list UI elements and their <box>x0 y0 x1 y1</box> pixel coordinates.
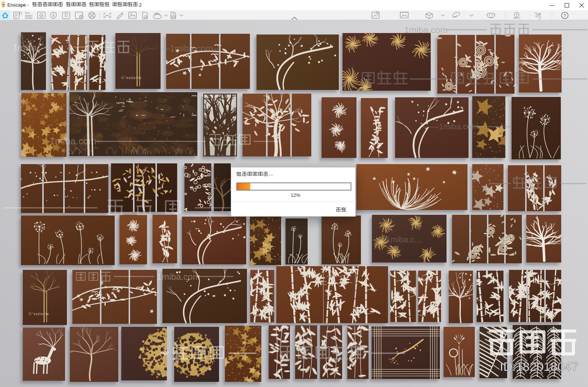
svg-text:1miba.com: 1miba.com <box>50 135 96 147</box>
svg-text:BIM: BIM <box>25 12 30 14</box>
svg-text:2: 2 <box>139 2 141 8</box>
svg-text:1miba.com: 1miba.com <box>404 25 447 35</box>
svg-text:1miba.c…: 1miba.c… <box>386 235 422 244</box>
svg-text:—1miba.com—: —1miba.com— <box>161 43 222 53</box>
svg-text:Enscape -: Enscape - <box>7 2 29 8</box>
svg-text:1miba.com: 1miba.com <box>157 272 200 282</box>
svg-text:?: ? <box>564 13 566 18</box>
svg-text:12%: 12% <box>291 192 300 198</box>
svg-text:360°: 360° <box>154 12 159 15</box>
svg-text:ID:182018047: ID:182018047 <box>500 359 578 373</box>
svg-text:1miba: 1miba <box>13 43 37 53</box>
svg-text:EXE: EXE <box>172 16 176 18</box>
svg-text:…: … <box>269 171 273 177</box>
